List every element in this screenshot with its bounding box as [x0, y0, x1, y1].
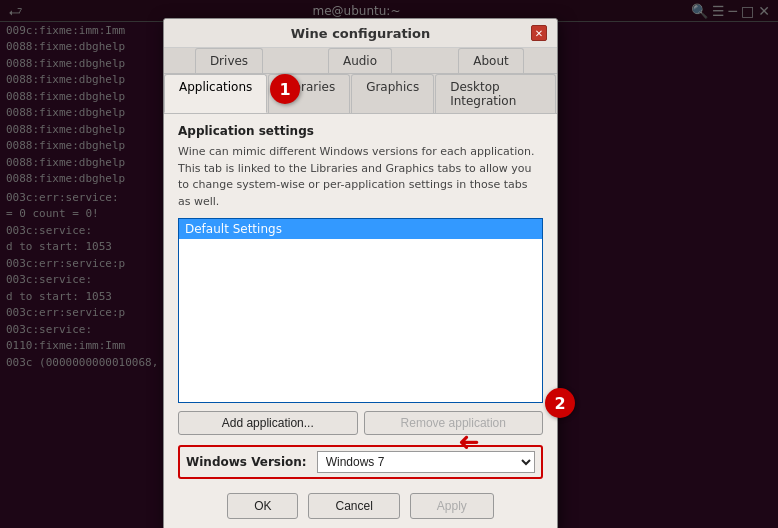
annotation-2: 2 [545, 388, 575, 418]
remove-application-button[interactable]: Remove application [364, 411, 544, 435]
dialog-title: Wine configuration [190, 26, 531, 41]
app-list-item-default[interactable]: Default Settings [179, 219, 542, 239]
section-desc: Wine can mimic different Windows version… [178, 144, 543, 210]
dialog-titlebar: Wine configuration ✕ [164, 19, 557, 48]
section-label: Application settings [178, 124, 543, 138]
apply-button[interactable]: Apply [410, 493, 494, 519]
tab-applications[interactable]: Applications [164, 74, 267, 113]
windows-version-select[interactable]: Windows XP Windows Vista Windows 7 Windo… [317, 451, 535, 473]
tab-row-2: Applications Libraries Graphics Desktop … [164, 74, 557, 114]
annotation-1: 1 [270, 74, 300, 104]
tab-row-1: Drives Audio About [164, 48, 557, 74]
windows-version-row: Windows Version: Windows XP Windows Vist… [178, 445, 543, 479]
tab-desktop-integration[interactable]: Desktop Integration [435, 74, 556, 113]
cancel-button[interactable]: Cancel [308, 493, 399, 519]
windows-version-label: Windows Version: [186, 455, 307, 469]
tab-audio[interactable]: Audio [328, 48, 392, 73]
tab-graphics[interactable]: Graphics [351, 74, 434, 113]
arrow-2-indicator: ➜ [458, 428, 480, 458]
add-application-button[interactable]: Add application... [178, 411, 358, 435]
tab-drives[interactable]: Drives [195, 48, 263, 73]
wine-config-dialog: Wine configuration ✕ Drives Audio About … [163, 18, 558, 528]
dialog-close-button[interactable]: ✕ [531, 25, 547, 41]
app-buttons-row: Add application... Remove application [178, 411, 543, 435]
tab-about[interactable]: About [458, 48, 523, 73]
app-list[interactable]: Default Settings [178, 218, 543, 403]
dialog-body: Application settings Wine can mimic diff… [164, 114, 557, 528]
action-buttons-row: OK Cancel Apply [178, 493, 543, 519]
ok-button[interactable]: OK [227, 493, 298, 519]
